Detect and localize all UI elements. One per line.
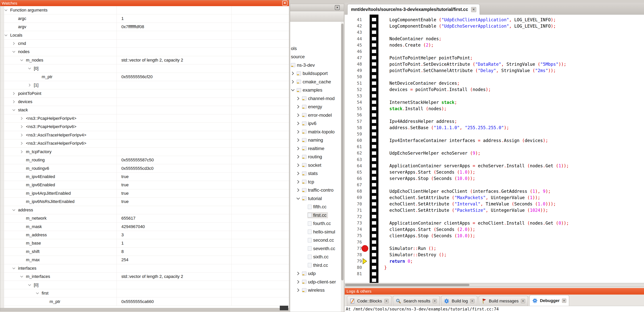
code-line-79[interactable]: 79 return 0; xyxy=(345,258,644,264)
line-number[interactable]: 58 xyxy=(345,125,366,130)
tree-item-routing[interactable]: routing xyxy=(290,153,341,161)
watch-row[interactable]: Function arguments xyxy=(0,6,289,14)
code-line-57[interactable]: 57 Ipv4AddressHelper address; xyxy=(345,118,644,125)
tree-item-pill[interactable]: error-model xyxy=(302,112,333,118)
watch-row[interactable]: nodes xyxy=(0,48,289,56)
chevron-down-icon[interactable] xyxy=(12,208,16,212)
watch-row[interactable]: m_max254 xyxy=(0,256,289,264)
editor-hscrollbar[interactable] xyxy=(345,283,644,286)
breakpoint-icon[interactable] xyxy=(362,245,368,252)
code-line-56[interactable]: 56 xyxy=(345,112,644,118)
tree-item-ns-3-dev[interactable]: ns-3-dev xyxy=(290,61,341,69)
chevron-down-icon[interactable] xyxy=(12,108,16,112)
watch-row[interactable]: m_routingv60x5555555cd3c0 xyxy=(0,164,289,172)
line-number[interactable]: 63 xyxy=(345,157,366,162)
code-line-53[interactable]: 53 xyxy=(345,93,644,99)
chevron-right-icon[interactable] xyxy=(296,138,300,142)
watch-row[interactable]: m_nodesstd::vector of length 2, capacity… xyxy=(0,56,289,64)
tree-item-pill[interactable]: buildsupport xyxy=(296,70,329,76)
chevron-right-icon[interactable] xyxy=(296,155,300,159)
tree-item-channel-mod[interactable]: channel-mod xyxy=(290,94,341,103)
chevron-down-icon[interactable] xyxy=(4,33,8,37)
chevron-right-icon[interactable] xyxy=(296,288,300,293)
line-number[interactable]: 56 xyxy=(345,113,366,117)
chevron-right-icon[interactable] xyxy=(296,271,300,276)
chevron-right-icon[interactable] xyxy=(296,163,300,167)
tree-item-pill[interactable]: naming xyxy=(302,137,325,143)
tree-item-udp[interactable]: udp xyxy=(290,270,341,278)
tree-item-wireless[interactable]: wireless xyxy=(290,286,341,295)
code-line-75[interactable]: 75 clientApps.Stop (Seconds (10.0)); xyxy=(345,232,644,239)
tree-item-naming[interactable]: naming xyxy=(290,136,341,145)
line-number[interactable]: 55 xyxy=(345,106,366,111)
line-number[interactable]: 51 xyxy=(345,81,366,86)
line-number[interactable]: 47 xyxy=(345,55,366,60)
watch-row[interactable]: m_ipv4Enabledtrue xyxy=(0,173,289,181)
line-number[interactable]: 75 xyxy=(345,233,366,238)
tree-item-pill[interactable]: traffic-contro xyxy=(302,187,335,193)
tree-item-pill[interactable]: ns-3-dev xyxy=(290,62,316,68)
chevron-right-icon[interactable] xyxy=(20,150,24,154)
tree-item-pill[interactable]: cmake_cache xyxy=(296,79,332,85)
chevron-right-icon[interactable] xyxy=(20,142,24,145)
code-line-61[interactable]: 61 xyxy=(345,144,644,150)
watch-row[interactable]: [0] xyxy=(0,64,289,73)
code-line-46[interactable]: 46 xyxy=(345,48,644,55)
line-number[interactable]: 68 xyxy=(345,189,366,193)
watch-row[interactable]: m_ipv4ArpJitterEnabledtrue xyxy=(0,189,289,198)
close-icon[interactable]: × xyxy=(521,299,525,303)
tree-item-second-cc[interactable]: second.cc xyxy=(290,236,341,245)
code-line-81[interactable]: 81 xyxy=(345,271,644,277)
code-area[interactable]: 41 LogComponentEnable ("UdpEchoClientApp… xyxy=(345,14,644,283)
line-number[interactable]: 71 xyxy=(345,208,366,213)
tree-item-energy[interactable]: energy xyxy=(290,103,341,111)
chevron-right-icon[interactable] xyxy=(296,121,300,126)
line-number[interactable]: 66 xyxy=(345,176,366,181)
chevron-down-icon[interactable] xyxy=(20,275,24,279)
code-line-64[interactable]: 64 ApplicationContainer serverApps = ech… xyxy=(345,163,644,169)
code-line-73[interactable]: 73 ApplicationContainer clientApps = ech… xyxy=(345,220,644,226)
watch-row[interactable]: interfaces xyxy=(0,264,289,273)
code-line-69[interactable]: 69 echoClient.SetAttribute ("MaxPackets"… xyxy=(345,194,644,201)
line-number[interactable]: 73 xyxy=(345,221,366,225)
tree-item-pill[interactable]: matrix-topolo xyxy=(302,129,336,135)
tree-item-cmake-cache[interactable]: cmake_cache xyxy=(290,78,341,86)
watch-row[interactable]: m_ptr0x5555555ca660 xyxy=(0,298,289,306)
chevron-down-icon[interactable] xyxy=(28,66,32,70)
chevron-right-icon[interactable] xyxy=(20,125,24,129)
code-line-43[interactable]: 43 xyxy=(345,29,644,35)
tree-item-pill[interactable]: ols xyxy=(290,45,298,52)
code-line-74[interactable]: 74 clientApps.Start (Seconds (2.0)); xyxy=(345,226,644,232)
tree-item-tcp[interactable]: tcp xyxy=(290,178,341,186)
tree-item-examples[interactable]: examples xyxy=(290,86,341,95)
code-line-55[interactable]: 55 stack.Install (nodes); xyxy=(345,105,644,112)
tree-item-pill[interactable]: stats xyxy=(302,170,319,176)
tree-item-pill[interactable]: realtime xyxy=(302,146,326,152)
code-line-52[interactable]: 52 devices = pointToPoint.Install (nodes… xyxy=(345,86,644,93)
tree-item-third-cc[interactable]: third.cc xyxy=(290,261,341,270)
line-number[interactable]: 74 xyxy=(345,227,366,232)
watch-row[interactable]: m_base1 xyxy=(0,239,289,247)
logs-tab-code-blocks[interactable]: Code::Blocks× xyxy=(347,296,392,306)
line-number[interactable]: 62 xyxy=(345,151,366,156)
line-number[interactable]: 52 xyxy=(345,87,366,92)
tree-item-pill[interactable]: sixth.cc xyxy=(308,254,330,260)
tree-item-pill[interactable]: first.cc xyxy=(308,212,328,218)
chevron-down-icon[interactable] xyxy=(12,266,16,270)
tree-item-pill[interactable]: ipv6 xyxy=(302,120,318,127)
tree-item-sixth-cc[interactable]: sixth.cc xyxy=(290,253,341,261)
watch-row[interactable]: m_routing0x555555587c50 xyxy=(0,156,289,164)
tree-item-ipv6[interactable]: ipv6 xyxy=(290,119,341,128)
tree-item-pill[interactable]: hello-simul xyxy=(308,229,337,235)
logs-tab-build-messages[interactable]: Build messages× xyxy=(479,296,528,306)
watch-row[interactable]: [0] xyxy=(0,281,289,289)
tree-item-udp-client-ser[interactable]: udp-client-ser xyxy=(290,278,341,286)
tree-item-pill[interactable]: udp xyxy=(302,270,317,277)
watch-row[interactable]: first xyxy=(0,289,289,298)
tree-item-pill[interactable]: channel-mod xyxy=(302,95,336,102)
watch-row[interactable]: argv0x7fffffffdf08 xyxy=(0,23,289,31)
watch-row[interactable]: pointToPoint xyxy=(0,89,289,98)
tree-item-pill[interactable]: third.cc xyxy=(308,262,330,268)
chevron-down-icon[interactable] xyxy=(36,291,39,295)
tree-item-error-model[interactable]: error-model xyxy=(290,111,341,119)
